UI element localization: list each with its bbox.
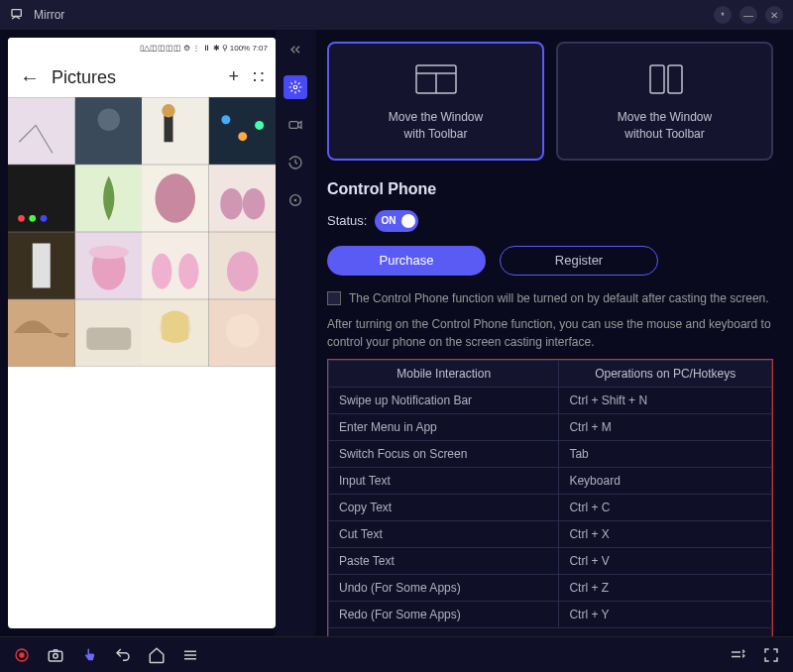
- tool-sidebar: [276, 30, 315, 636]
- close-button[interactable]: ✕: [765, 6, 783, 24]
- table-row: Redo (For Some Apps)Ctrl + Y: [329, 601, 772, 627]
- gallery-thumb[interactable]: [142, 232, 209, 299]
- window-toolbar-icon: [339, 59, 532, 99]
- table-row: Copy TextCtrl + C: [329, 494, 772, 520]
- gallery-thumb[interactable]: [209, 165, 277, 232]
- footer-toolbar: [0, 636, 793, 672]
- gallery-thumb[interactable]: [209, 232, 277, 299]
- svg-point-41: [294, 199, 295, 200]
- card-with-toolbar[interactable]: Move the Windowwith Toolbar: [327, 42, 544, 161]
- cell-interaction: Copy Text: [329, 494, 559, 520]
- cell-hotkey: Keyboard: [559, 467, 772, 494]
- svg-point-3: [97, 109, 120, 132]
- svg-point-12: [18, 215, 25, 222]
- settings-icon[interactable]: [283, 75, 307, 99]
- register-button[interactable]: Register: [500, 246, 658, 276]
- undo-button[interactable]: [113, 645, 133, 665]
- svg-point-17: [156, 173, 196, 223]
- cell-hotkey: Ctrl + V: [559, 547, 772, 574]
- purchase-button[interactable]: Purchase: [327, 246, 486, 276]
- titlebar: Mirror — ✕: [0, 0, 793, 30]
- cell-interaction: Paste Text: [329, 547, 559, 574]
- table-row: Swipe up Notification BarCtrl + Shift + …: [329, 387, 772, 413]
- cell-hotkey: Ctrl + Y: [559, 601, 772, 627]
- table-row: Undo (For Some Apps)Ctrl + Z: [329, 574, 772, 601]
- touch-button[interactable]: [79, 645, 99, 665]
- cell-hotkey: Ctrl + M: [559, 413, 772, 440]
- svg-rect-4: [142, 97, 209, 165]
- gallery-thumb[interactable]: [8, 165, 75, 232]
- gallery-thumb[interactable]: [209, 299, 277, 367]
- list-toggle-button[interactable]: [728, 645, 747, 665]
- gallery-grid[interactable]: [8, 97, 276, 628]
- gallery-thumb[interactable]: [209, 97, 277, 165]
- cell-interaction: Swipe up Notification Bar: [329, 387, 559, 413]
- svg-rect-26: [142, 232, 209, 299]
- gallery-thumb[interactable]: [8, 97, 75, 165]
- gallery-thumb[interactable]: [142, 299, 209, 367]
- svg-rect-33: [86, 327, 131, 350]
- phone-mirror-panel: ▯△◫◫◫◫ ⚙ ⋮ ⏸ ✱ ⚲100% 7:07 ← Pictures + ∷: [8, 38, 276, 628]
- cell-interaction: Enter Menu in App: [329, 413, 559, 440]
- add-icon[interactable]: +: [228, 66, 239, 88]
- app-title: Mirror: [34, 8, 64, 22]
- description-text: After turning on the Control Phone funct…: [327, 315, 773, 351]
- pin-button[interactable]: [714, 6, 732, 24]
- card-without-toolbar[interactable]: Move the Windowwithout Toolbar: [556, 42, 773, 161]
- gallery-thumb[interactable]: [75, 165, 143, 232]
- svg-point-8: [221, 115, 230, 124]
- cell-interaction: Switch Focus on Screen: [329, 440, 559, 467]
- gallery-thumb[interactable]: [142, 165, 209, 232]
- app-logo-icon: [10, 7, 26, 23]
- svg-point-20: [242, 188, 265, 220]
- window-no-toolbar-icon: [568, 59, 761, 99]
- target-icon[interactable]: [283, 188, 307, 212]
- cell-interaction: Input Text: [329, 467, 559, 494]
- menu-button[interactable]: [180, 645, 200, 665]
- more-text: There are more waiting for you to try...: [328, 628, 772, 636]
- table-row: Paste TextCtrl + V: [329, 547, 772, 574]
- gallery-thumb[interactable]: [8, 299, 75, 367]
- svg-point-50: [54, 653, 58, 658]
- camera-icon[interactable]: [283, 113, 307, 137]
- gallery-thumb[interactable]: [75, 299, 143, 367]
- svg-point-25: [88, 246, 129, 260]
- svg-rect-18: [209, 165, 277, 232]
- table-header: Operations on PC/Hotkeys: [559, 360, 772, 387]
- svg-rect-11: [8, 165, 75, 232]
- svg-point-48: [19, 652, 24, 657]
- record-button[interactable]: [12, 645, 32, 665]
- default-on-checkbox[interactable]: [327, 291, 341, 305]
- svg-point-30: [227, 251, 259, 291]
- back-icon[interactable]: ←: [20, 66, 40, 89]
- status-label: Status:: [327, 213, 367, 228]
- svg-rect-5: [165, 114, 173, 142]
- hotkeys-table: Mobile Interaction Operations on PC/Hotk…: [327, 359, 773, 636]
- table-row: Cut TextCtrl + X: [329, 520, 772, 547]
- svg-rect-49: [49, 651, 62, 661]
- svg-point-19: [220, 188, 243, 220]
- history-icon[interactable]: [283, 151, 307, 174]
- cell-interaction: Cut Text: [329, 520, 559, 547]
- table-header: Mobile Interaction: [329, 360, 559, 387]
- grid-icon[interactable]: ∷: [253, 66, 264, 88]
- phone-status-bar: ▯△◫◫◫◫ ⚙ ⋮ ⏸ ✱ ⚲100% 7:07: [8, 38, 276, 57]
- svg-rect-0: [12, 10, 21, 17]
- home-button[interactable]: [147, 645, 167, 665]
- phone-page-title: Pictures: [52, 67, 216, 88]
- table-row: Input TextKeyboard: [329, 467, 772, 494]
- gallery-thumb[interactable]: [142, 97, 209, 165]
- fullscreen-button[interactable]: [761, 645, 781, 665]
- svg-rect-46: [668, 65, 682, 93]
- minimize-button[interactable]: —: [739, 6, 757, 24]
- svg-point-14: [41, 215, 48, 222]
- gallery-thumb[interactable]: [75, 232, 143, 299]
- svg-rect-45: [650, 65, 664, 93]
- status-toggle[interactable]: ON: [375, 210, 418, 232]
- cell-hotkey: Ctrl + Z: [559, 574, 772, 601]
- gallery-thumb[interactable]: [75, 97, 143, 165]
- gallery-thumb[interactable]: [8, 232, 75, 299]
- cell-hotkey: Ctrl + Shift + N: [559, 387, 772, 413]
- collapse-icon[interactable]: [283, 38, 307, 61]
- screenshot-button[interactable]: [46, 645, 65, 665]
